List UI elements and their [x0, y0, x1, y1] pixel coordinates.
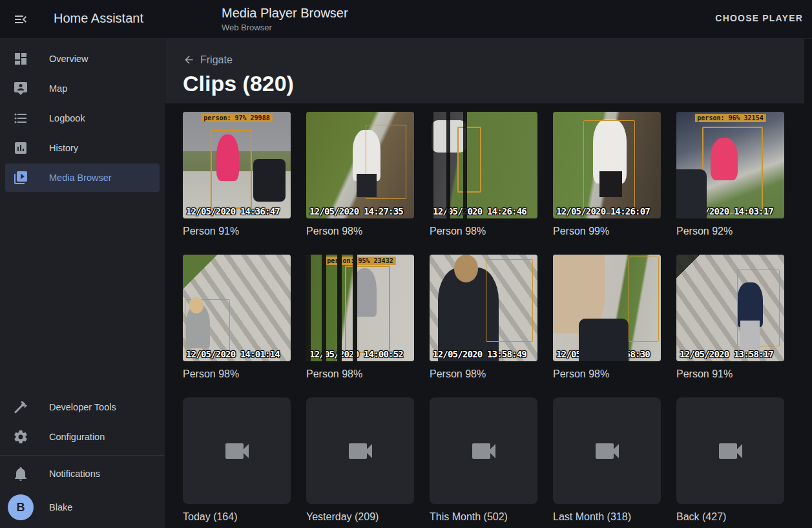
- detection-box: [737, 269, 780, 346]
- folder-label: Yesterday (209): [306, 511, 414, 523]
- chart-box-icon: [13, 140, 28, 156]
- clip-thumbnail: 12/05/2020 14:26:46: [430, 112, 537, 218]
- sidebar-spacer: [0, 193, 165, 387]
- video-icon: [715, 436, 746, 467]
- clip-label: Person 98%: [183, 368, 291, 381]
- video-icon: [222, 436, 253, 467]
- folder-thumbnail: [183, 397, 291, 504]
- sidebar-item-overview[interactable]: Overview: [5, 45, 160, 73]
- clip-label: Person 99%: [553, 225, 661, 238]
- folder-thumbnail: [306, 397, 414, 504]
- app-title: Home Assistant: [54, 11, 143, 26]
- sidebar-item-label: History: [49, 143, 78, 153]
- sidebar-item-configuration[interactable]: Configuration: [5, 423, 160, 451]
- clip-label: Person 98%: [430, 368, 537, 381]
- sidebar-item-media-browser[interactable]: Media Browser: [5, 164, 160, 192]
- menu-open-icon[interactable]: [13, 12, 28, 27]
- bell-icon: [13, 466, 28, 481]
- arrow-left-icon: [183, 54, 195, 66]
- clip-item[interactable]: 12/05/2020 14:26:07 Person 99%: [553, 112, 661, 238]
- folder-item[interactable]: Last Month (318): [553, 397, 661, 523]
- sidebar-item-developer-tools[interactable]: Developer Tools: [5, 393, 160, 421]
- folder-label: Back (427): [676, 511, 784, 523]
- clip-timestamp: 12/05/2020 14:00:52: [309, 349, 403, 359]
- list-bulleted-icon: [13, 111, 28, 126]
- clip-item[interactable]: 12/05/2020 14:27:35 Person 98%: [306, 112, 414, 238]
- folder-thumbnail: [553, 397, 661, 504]
- cog-icon: [13, 429, 28, 445]
- clip-timestamp: 12/05/2020 14:26:46: [433, 206, 526, 216]
- clip-timestamp: 12/05/2020 13:58:17: [680, 349, 773, 359]
- tooltip-account-icon: [13, 81, 28, 96]
- sidebar-nav: OverviewMapLogbookHistoryMedia Browser: [0, 39, 165, 193]
- detection-box: [583, 120, 635, 214]
- folder-item[interactable]: Yesterday (209): [306, 397, 414, 523]
- folder-label: This Month (502): [430, 511, 537, 523]
- choose-player-button[interactable]: CHOOSE PLAYER: [713, 13, 806, 23]
- clip-item[interactable]: 12/05/2020 13:58:49 Person 98%: [430, 255, 537, 381]
- folder-item[interactable]: Back (427): [676, 397, 784, 523]
- clip-label: Person 98%: [430, 225, 537, 238]
- sidebar-item-logbook[interactable]: Logbook: [5, 104, 160, 132]
- detection-box: [211, 130, 251, 209]
- detection-box: [629, 257, 659, 342]
- clip-thumbnail: person: 96% 32154 12/05/2020 14:03:17: [676, 112, 784, 218]
- video-icon: [345, 436, 376, 467]
- detection-annotation: person: 96% 32154: [694, 114, 765, 122]
- play-box-multiple-icon: [13, 170, 28, 185]
- sidebar-item-label: Media Browser: [49, 173, 112, 183]
- sidebar-item-label: Notifications: [49, 469, 100, 479]
- detection-box: [185, 299, 230, 355]
- clip-timestamp: 12/05/2020 14:27:35: [309, 206, 403, 216]
- dashboard-icon: [13, 51, 28, 67]
- clip-item[interactable]: 12/05/2020 14:01:14 Person 98%: [183, 255, 291, 381]
- profile-name: Blake: [49, 502, 72, 512]
- clip-label: Person 91%: [676, 368, 784, 381]
- page-head: Media Player Browser Web Browser: [222, 6, 348, 32]
- folder-label: Last Month (318): [553, 511, 661, 523]
- clip-item[interactable]: person: 97% 29988 12/05/2020 14:36:47 Pe…: [183, 112, 291, 238]
- clip-thumbnail: 12/05/2020 13:58:49: [430, 255, 537, 361]
- clip-timestamp: 12/05/2020 13:58:49: [433, 349, 526, 359]
- video-icon: [592, 436, 623, 467]
- clip-label: Person 91%: [183, 225, 291, 238]
- media-grid: person: 97% 29988 12/05/2020 14:36:47 Pe…: [183, 112, 784, 523]
- folder-label: Today (164): [183, 511, 291, 523]
- folder-item[interactable]: This Month (502): [430, 397, 537, 523]
- clip-thumbnail: 12/05/2020 13:58:30: [553, 255, 661, 361]
- clip-item[interactable]: 12/05/2020 13:58:17 Person 91%: [676, 255, 784, 381]
- sidebar-item-label: Overview: [49, 54, 88, 64]
- clip-item[interactable]: 12/05/2020 13:58:30 Person 98%: [553, 255, 661, 381]
- clip-item[interactable]: person: 95% 23432 12/05/2020 14:00:52 Pe…: [306, 255, 414, 381]
- clip-thumbnail: person: 95% 23432 12/05/2020 14:00:52: [306, 255, 414, 361]
- detection-box: [457, 127, 481, 193]
- avatar: B: [8, 494, 34, 520]
- sidebar-item-history[interactable]: History: [5, 134, 160, 162]
- sidebar-item-notifications[interactable]: Notifications: [5, 459, 160, 488]
- hammer-icon: [13, 399, 28, 415]
- sidebar-item-label: Configuration: [49, 432, 105, 442]
- content-header: Frigate Clips (820): [165, 39, 804, 103]
- sidebar-divider: [0, 455, 165, 456]
- clip-thumbnail: 12/05/2020 14:01:14: [183, 255, 291, 361]
- sidebar-item-label: Logbook: [49, 113, 85, 123]
- clip-item[interactable]: 12/05/2020 14:26:46 Person 98%: [430, 112, 537, 238]
- clip-label: Person 98%: [553, 368, 661, 381]
- clip-timestamp: 12/05/2020 14:03:17: [680, 206, 773, 216]
- detection-box: [345, 266, 390, 353]
- folder-item[interactable]: Today (164): [183, 397, 291, 523]
- clip-thumbnail: person: 97% 29988 12/05/2020 14:36:47: [183, 112, 291, 218]
- breadcrumb[interactable]: Frigate: [183, 54, 233, 66]
- detection-box: [702, 127, 763, 214]
- sidebar-item-map[interactable]: Map: [5, 74, 160, 103]
- sidebar-item-profile[interactable]: B Blake: [5, 491, 160, 524]
- clip-item[interactable]: person: 96% 32154 12/05/2020 14:03:17 Pe…: [676, 112, 784, 238]
- media-browser-content: Frigate Clips (820) person: 97% 29988 12…: [165, 39, 812, 528]
- clip-timestamp: 12/05/2020 13:58:30: [556, 349, 650, 359]
- detection-box: [366, 125, 406, 200]
- sidebar-item-label: Map: [49, 83, 67, 94]
- clip-label: Person 98%: [306, 225, 414, 238]
- clip-timestamp: 12/05/2020 14:01:14: [186, 349, 280, 359]
- clip-thumbnail: 12/05/2020 14:26:07: [553, 112, 661, 218]
- clip-timestamp: 12/05/2020 14:36:47: [186, 206, 280, 216]
